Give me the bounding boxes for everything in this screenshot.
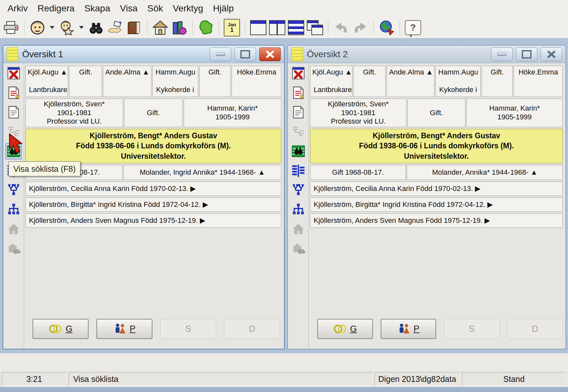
menu-verktyg[interactable]: Verktyg <box>168 3 208 14</box>
spouse-cell[interactable]: Molander, Ingrid Annika* 1944-1968- ▲ <box>123 165 281 180</box>
grandparent-marriage-cell[interactable]: Gift. <box>482 66 513 97</box>
titlebar-1[interactable]: Översikt 1 <box>3 46 284 63</box>
child-row[interactable]: Kjöllerström, Birgitta* Ingrid Kristina … <box>25 197 281 212</box>
grandparent-cell[interactable]: Höke.Emma <box>514 66 563 97</box>
close-view-icon[interactable] <box>6 65 22 81</box>
print-icon[interactable] <box>3 19 20 36</box>
calendar-month: Jan <box>228 22 236 27</box>
child-row[interactable]: Kjöllerström, Anders Sven Magnus Född 19… <box>25 213 281 228</box>
edit-notes-icon[interactable] <box>290 85 306 101</box>
window-vsplit-icon[interactable] <box>269 19 286 36</box>
family-overview-table: Kjöl.Augu ▲Lantbrukare Gift. Ande.Alma ▲… <box>24 63 284 349</box>
parents-marriage-cell[interactable]: Gift. <box>407 99 465 127</box>
grandparent-cell[interactable]: Kjöl.Augu ▲Lantbrukare <box>25 66 68 97</box>
child-row[interactable]: Kjöllerström, Birgitta* Ingrid Kristina … <box>310 197 563 212</box>
parents-marriage-cell[interactable]: Gift. <box>124 99 183 127</box>
maximize-button[interactable] <box>234 47 256 61</box>
marriages-button[interactable]: G <box>317 319 373 339</box>
family-overview-icon[interactable] <box>290 124 306 140</box>
grandparent-marriage-cell[interactable]: Gift. <box>199 66 231 97</box>
home-icon[interactable] <box>152 19 169 36</box>
menu-visa[interactable]: Visa <box>115 3 142 14</box>
web-icon[interactable] <box>378 19 395 36</box>
family-overview-table: Kjöl.Augu ▲Lantbrukare Gift. Ande.Alma ▲… <box>309 63 565 349</box>
status-time: 3:21 <box>2 372 66 386</box>
binoculars-icon[interactable] <box>88 19 105 36</box>
ancestors-icon[interactable] <box>6 182 22 198</box>
person-star-icon[interactable] <box>58 19 75 36</box>
person-dropdown-icon[interactable] <box>48 19 56 36</box>
window-title: Översikt 2 <box>307 49 348 60</box>
help-icon[interactable]: ? <box>405 19 421 36</box>
grandparent-cell[interactable]: Kjöl.Augu ▲Lantbrukare <box>310 66 352 97</box>
marriage-date-cell[interactable]: Gift 1968-08-17. <box>310 165 406 180</box>
close-view-icon[interactable] <box>290 65 306 81</box>
edit-notes-icon[interactable] <box>6 85 22 101</box>
mother-cell[interactable]: Hammar, Karin* 1905-1999 <box>466 99 563 127</box>
calendar-icon[interactable]: Jan 1 <box>223 19 240 36</box>
titlebar-2[interactable]: Översikt 2 <box>288 46 565 63</box>
map-icon[interactable] <box>197 19 214 36</box>
child-row[interactable]: Kjöllerström, Anders Sven Magnus Född 19… <box>310 213 563 228</box>
grandparent-cell[interactable]: Ande.Alma ▲ <box>103 66 151 97</box>
focus-person-row[interactable]: Kjöllerström, Bengt* Anders Gustav Född … <box>25 129 281 163</box>
separator <box>400 20 400 35</box>
close-button[interactable] <box>259 47 281 61</box>
partners-button[interactable]: P <box>96 319 152 339</box>
spouse-cell[interactable]: Molander, Annika* 1944-1968- ▲ <box>407 165 563 180</box>
d-button[interactable]: D <box>224 319 280 339</box>
home-search-icon[interactable] <box>6 241 22 257</box>
descendants-icon[interactable] <box>290 202 306 218</box>
home-search-icon[interactable] <box>290 241 306 257</box>
marriages-button[interactable]: G <box>33 319 89 339</box>
grandparent-marriage-cell[interactable]: Gift. <box>353 66 386 97</box>
minimize-button[interactable] <box>210 47 231 61</box>
d-button[interactable]: D <box>507 319 563 339</box>
father-cell[interactable]: Kjöllerström, Sven* 1901-1981 Professor … <box>25 99 123 127</box>
menu-redigera[interactable]: Redigera <box>33 3 79 14</box>
home-icon[interactable] <box>6 221 22 237</box>
mdi-area: Översikt 1 <box>0 38 568 353</box>
status-database: Digen 2013\dg82data <box>375 372 460 386</box>
notes-icon[interactable] <box>290 104 306 120</box>
partners-button[interactable]: P <box>381 319 436 339</box>
relations-icon[interactable] <box>106 19 123 36</box>
ancestors-icon[interactable] <box>290 182 306 198</box>
view-tab-bar: Översikt 1 Översikt 2 <box>0 353 568 371</box>
search-list-icon[interactable] <box>290 143 306 159</box>
grandparent-cell[interactable]: Ande.Alma ▲ <box>387 66 434 97</box>
menu-sok[interactable]: Sök <box>142 3 168 14</box>
separator <box>24 20 24 35</box>
menu-arkiv[interactable]: Arkiv <box>3 3 33 14</box>
sources-icon[interactable] <box>171 19 188 36</box>
redo-icon[interactable] <box>352 19 369 36</box>
minimize-button[interactable] <box>491 47 513 61</box>
child-row[interactable]: Kjöllerström, Cecilia Anna Karin Född 19… <box>25 182 281 196</box>
home-icon[interactable] <box>290 221 306 237</box>
column-list-icon[interactable] <box>290 163 306 179</box>
maximize-button[interactable] <box>516 47 537 61</box>
menu-hjalp[interactable]: Hjälp <box>208 3 239 14</box>
person-star-dropdown-icon[interactable] <box>77 19 86 36</box>
window-hsplit-icon[interactable] <box>288 19 305 36</box>
window-single-icon[interactable] <box>250 19 267 36</box>
grandparent-cell[interactable]: Hamm.AuguKykoherde i <box>152 66 198 97</box>
window-cascade-icon[interactable] <box>306 19 323 36</box>
book-icon[interactable] <box>125 19 142 36</box>
child-row[interactable]: Kjöllerström, Cecilia Anna Karin Född 19… <box>310 182 563 196</box>
grandparent-cell[interactable]: Hamm.AuguKykoherde i <box>435 66 481 97</box>
mother-cell[interactable]: Hammar, Karin* 1905-1999 <box>184 99 281 127</box>
grandparent-cell[interactable]: Höke.Emma <box>232 66 281 97</box>
descendants-icon[interactable] <box>6 202 22 218</box>
notes-icon[interactable] <box>6 104 22 120</box>
s-button[interactable]: S <box>160 319 216 339</box>
s-button[interactable]: S <box>444 319 499 339</box>
close-button[interactable] <box>541 47 562 61</box>
focus-person-row[interactable]: Kjöllerström, Bengt* Anders Gustav Född … <box>310 129 563 163</box>
menu-skapa[interactable]: Skapa <box>79 3 115 14</box>
grandparent-marriage-cell[interactable]: Gift. <box>69 66 102 97</box>
overview-document-icon <box>7 47 18 61</box>
father-cell[interactable]: Kjöllerström, Sven* 1901-1981 Professor … <box>310 99 406 127</box>
person-icon[interactable] <box>29 19 46 36</box>
undo-icon[interactable] <box>333 19 350 36</box>
